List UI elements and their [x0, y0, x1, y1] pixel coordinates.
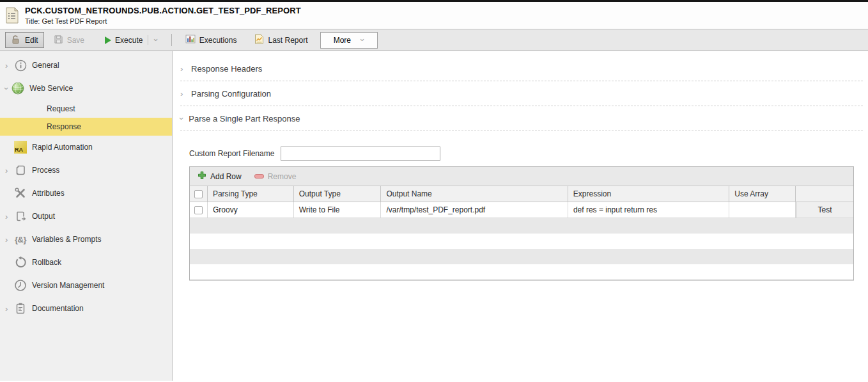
section-parse-single-part-response[interactable]: › Parse a Single Part Response [180, 106, 863, 131]
execute-dropdown-chevron-icon[interactable]: › [152, 38, 160, 41]
last-report-button[interactable]: Last Report [249, 32, 313, 48]
chevron-right-icon[interactable]: › [5, 166, 14, 175]
main-toolbar: Edit Save Execute › Executions Last Repo… [0, 29, 868, 51]
execute-split-divider [148, 35, 148, 45]
output-name-cell[interactable]: /var/tmp/test_PDF_report.pdf [381, 202, 568, 218]
expression-cell[interactable]: def res = input return res [568, 202, 730, 218]
section-title: Parse a Single Part Response [189, 114, 300, 123]
section-response-headers[interactable]: › Response Headers [180, 56, 863, 81]
column-header-actions [796, 186, 853, 202]
object-header: PCK.CUSTOM_NETROUNDS.PUB.ACTION.GET_TEST… [0, 2, 868, 29]
sidebar-item-label: Process [32, 166, 59, 175]
empty-row [190, 249, 853, 264]
sidebar-item-label: Documentation [32, 304, 84, 313]
parsing-grid: Add Row Remove Parsing Type Output Type … [189, 166, 854, 280]
sidebar-nav: › General › Web Service Request Response [0, 51, 173, 381]
main-content: › Response Headers › Parsing Configurati… [173, 51, 868, 381]
action-document-icon [5, 7, 19, 24]
more-label: More [334, 36, 351, 45]
grid-header-row: Parsing Type Output Type Output Name Exp… [190, 186, 853, 202]
header-checkbox-cell [190, 186, 208, 202]
chevron-right-icon[interactable]: › [5, 235, 14, 244]
play-icon [105, 36, 111, 44]
chevron-down-icon: › [359, 38, 367, 41]
parsing-type-cell[interactable]: Groovy [208, 202, 294, 218]
sidebar-item-version-management[interactable]: Version Management [0, 274, 172, 297]
scroll-icon [14, 164, 27, 177]
add-row-label: Add Row [210, 172, 242, 181]
sidebar-item-label: Version Management [32, 281, 104, 290]
braces-icon: {&} [14, 233, 27, 246]
column-header-use-array: Use Array [729, 186, 796, 202]
globe-icon [12, 82, 24, 95]
sidebar-item-rapid-automation[interactable]: RA Rapid Automation [0, 136, 172, 159]
rollback-icon [14, 256, 27, 269]
edit-label: Edit [25, 36, 38, 45]
chevron-down-icon[interactable]: › [2, 87, 12, 90]
sidebar-item-process[interactable]: › Process [0, 159, 172, 182]
chevron-right-icon[interactable]: › [5, 61, 14, 70]
bar-chart-icon [185, 35, 196, 45]
remove-button[interactable]: Remove [254, 172, 297, 181]
save-label: Save [67, 36, 84, 45]
custom-report-filename-label: Custom Report Filename [189, 149, 274, 158]
execute-button[interactable]: Execute › [99, 32, 164, 48]
column-header-output-name: Output Name [381, 186, 568, 202]
output-icon [14, 210, 27, 223]
sidebar-item-label: Response [47, 122, 81, 131]
sidebar-item-response[interactable]: Response [0, 118, 172, 136]
sidebar-item-label: Output [32, 212, 55, 221]
sidebar-item-label: Web Service [29, 84, 73, 93]
sidebar-item-request[interactable]: Request [0, 100, 172, 118]
sidebar-item-rollback[interactable]: Rollback [0, 251, 172, 274]
floppy-disk-icon [54, 35, 63, 46]
last-report-label: Last Report [268, 36, 307, 45]
chevron-right-icon[interactable]: › [5, 304, 14, 314]
report-page-icon [254, 34, 264, 46]
chevron-right-icon[interactable]: › [5, 212, 14, 221]
page-title: PCK.CUSTOM_NETROUNDS.PUB.ACTION.GET_TEST… [25, 6, 301, 15]
output-type-cell[interactable]: Write to File [294, 202, 382, 218]
clipboard-icon [14, 302, 27, 315]
toolbar-divider [171, 34, 172, 46]
sidebar-item-general[interactable]: › General [0, 54, 172, 77]
sidebar-item-label: Rapid Automation [32, 143, 93, 152]
custom-report-filename-row: Custom Report Filename [189, 147, 854, 161]
column-header-expression: Expression [568, 186, 730, 202]
parse-single-part-pane: Custom Report Filename Add Row [189, 147, 854, 280]
sidebar-item-web-service[interactable]: › Web Service [0, 77, 172, 100]
sidebar-item-label: Variables & Prompts [32, 235, 102, 244]
more-dropdown-button[interactable]: More › [320, 32, 378, 49]
info-icon [14, 59, 27, 72]
page-subtitle: Title: Get Test PDF Report [25, 17, 301, 25]
clock-icon [14, 279, 27, 292]
add-row-button[interactable]: Add Row [198, 171, 242, 182]
empty-row [190, 264, 853, 280]
sidebar-item-attributes[interactable]: Attributes [0, 182, 172, 205]
column-header-parsing-type: Parsing Type [208, 186, 294, 202]
section-title: Response Headers [191, 64, 262, 74]
empty-row [190, 234, 853, 249]
executions-label: Executions [199, 36, 237, 45]
app-window: PCK.CUSTOM_NETROUNDS.PUB.ACTION.GET_TEST… [0, 0, 868, 382]
empty-row [190, 218, 853, 234]
save-button[interactable]: Save [48, 32, 90, 48]
custom-report-filename-input[interactable] [281, 147, 440, 161]
sidebar-item-documentation[interactable]: › Documentation [0, 297, 172, 320]
select-all-checkbox[interactable] [194, 190, 203, 198]
minus-icon [254, 174, 264, 179]
use-array-cell[interactable] [729, 202, 796, 218]
section-parsing-configuration[interactable]: › Parsing Configuration [180, 81, 863, 106]
unlock-icon [11, 35, 21, 46]
tools-icon [14, 187, 27, 200]
chevron-right-icon: › [180, 89, 191, 99]
execute-label: Execute [115, 36, 143, 45]
sidebar-item-variables-prompts[interactable]: › {&} Variables & Prompts [0, 228, 172, 251]
edit-button[interactable]: Edit [5, 32, 44, 48]
sidebar-item-label: Request [47, 104, 75, 113]
row-checkbox[interactable] [194, 206, 203, 214]
test-button[interactable]: Test [796, 202, 853, 218]
sidebar-item-output[interactable]: › Output [0, 205, 172, 228]
executions-button[interactable]: Executions [180, 32, 243, 48]
grid-toolbar: Add Row Remove [190, 167, 853, 186]
